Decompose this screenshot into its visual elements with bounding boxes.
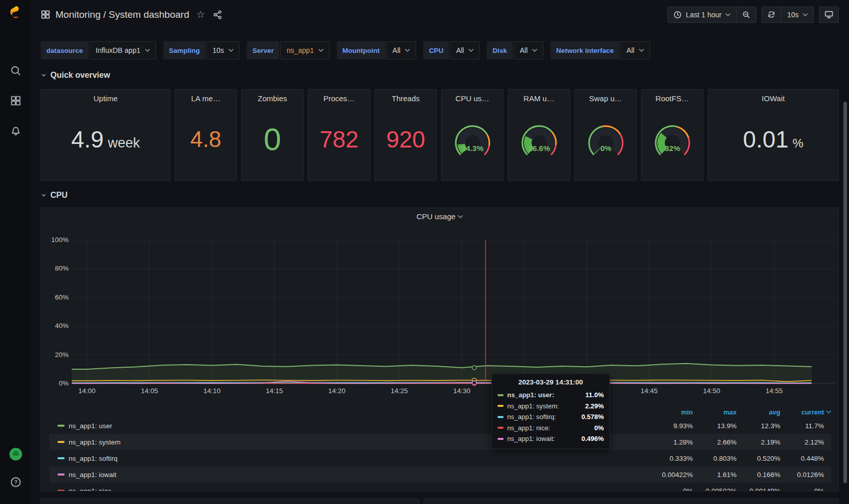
tooltip-series-swatch — [497, 416, 504, 418]
legend-series-swatch — [57, 441, 65, 443]
gauge-value: 32% — [664, 144, 680, 153]
stat-value: 4.8 — [190, 128, 221, 151]
variable-mountpoint: MountpointAll — [337, 41, 416, 60]
time-series-plot[interactable] — [72, 240, 835, 388]
page-scrollbar-thumb[interactable] — [843, 102, 847, 483]
help-icon[interactable]: ? — [10, 477, 21, 488]
hover-point-marker — [472, 381, 476, 385]
stat-panel-title[interactable]: LA me… — [191, 94, 221, 103]
stat-panel-body: 26.6% — [508, 103, 570, 181]
user-avatar[interactable] — [8, 447, 23, 462]
variable-value-server[interactable]: ns_app1 — [280, 41, 330, 60]
variable-value-sampling[interactable]: 10s — [207, 41, 240, 60]
bottom-panel-right — [424, 498, 839, 504]
legend-column-avg[interactable]: avg — [737, 408, 780, 416]
x-tick-label: 14:55 — [763, 387, 786, 396]
time-range-picker[interactable]: Last 1 hour — [668, 7, 736, 22]
section-cpu[interactable]: CPU — [41, 191, 839, 200]
stat-panel-title[interactable]: Uptime — [94, 94, 118, 103]
stat-panel-swap-u: Swap u…0% — [574, 89, 637, 181]
stat-panel-threads: Threads920 — [374, 89, 437, 181]
x-tick-label: 14:15 — [262, 387, 286, 396]
chevron-down-icon — [826, 410, 831, 413]
stat-panel-title[interactable]: RAM u… — [523, 94, 554, 103]
tooltip-series-label: ns_app1: softirq: — [507, 413, 556, 421]
refresh-button[interactable] — [762, 7, 781, 22]
x-tick-label: 14:50 — [700, 387, 723, 396]
stat-panel-title[interactable]: Swap u… — [589, 94, 622, 103]
stat-panel-cpu-us: CPU us…14.3% — [441, 89, 504, 181]
tooltip-series-swatch — [497, 427, 504, 429]
stat-panel-title[interactable]: RootFS… — [656, 94, 689, 103]
tooltip-series-label: ns_app1: iowait: — [507, 435, 555, 442]
variable-value-network-interface[interactable]: All — [621, 41, 651, 60]
legend-rows: ns_app1: user9.93%13.9%12.3%11.7%ns_app1… — [49, 418, 831, 491]
legend-column-current[interactable]: current — [780, 408, 824, 416]
chevron-down-icon — [469, 49, 474, 52]
legend-series-swatch — [57, 457, 65, 459]
panel-menu-chevron-icon — [458, 215, 463, 218]
chevron-down-icon — [405, 49, 410, 52]
time-range-label: Last 1 hour — [686, 11, 721, 19]
variable-label-server: Server — [247, 41, 279, 60]
y-tick-label: 40% — [42, 321, 69, 331]
x-tick-label: 14:05 — [138, 387, 161, 396]
search-icon[interactable] — [10, 65, 21, 76]
time-picker-group: Last 1 hour — [667, 7, 756, 23]
stat-unit: % — [793, 136, 803, 151]
stat-panel-uptime: Uptime4.9week — [41, 89, 170, 181]
tooltip-timestamp: 2023-03-29 14:31:00 — [497, 378, 604, 386]
grafana-logo[interactable] — [7, 5, 24, 22]
gauge-ram-u: 26.6% — [510, 117, 569, 161]
gauge-value: 0% — [600, 144, 611, 153]
dashboard-grid-icon[interactable] — [41, 10, 50, 19]
stat-panel-title[interactable]: Proces… — [324, 94, 355, 103]
stat-value-wrap: 0.01% — [743, 128, 804, 151]
section-quick-overview[interactable]: Quick overview — [41, 71, 839, 80]
refresh-interval-picker[interactable]: 10s — [781, 7, 813, 22]
refresh-group: 10s — [762, 7, 814, 23]
bottom-row — [41, 498, 839, 504]
legend-series-name[interactable]: ns_app1: softirq — [69, 455, 118, 462]
page-title[interactable]: Monitoring / System dashboard — [55, 9, 189, 20]
stat-panel-ram-u: RAM u…26.6% — [508, 89, 570, 181]
stat-panel-title[interactable]: IOWait — [762, 94, 784, 103]
stat-panel-la-me: LA me…4.8 — [174, 89, 237, 181]
variable-value-disk[interactable]: All — [514, 41, 544, 60]
variable-value-cpu[interactable]: All — [450, 41, 480, 60]
chevron-down-icon — [318, 49, 324, 52]
stat-row: Uptime4.9weekLA me…4.8Zombies0Proces…782… — [41, 89, 839, 181]
legend-column-max[interactable]: max — [693, 408, 737, 416]
chevron-down-icon — [145, 49, 150, 52]
share-icon[interactable] — [213, 10, 222, 19]
variable-label-sampling: Sampling — [163, 41, 206, 60]
stat-panel-body: 0% — [575, 103, 636, 181]
stat-panel-title[interactable]: Threads — [392, 94, 420, 103]
stat-panel-title[interactable]: Zombies — [258, 94, 287, 103]
stat-value: 4.9 — [71, 128, 104, 151]
kiosk-mode-button[interactable] — [819, 7, 839, 23]
legend-series-name[interactable]: ns_app1: iowait — [69, 471, 116, 479]
legend-series-name[interactable]: ns_app1: user — [69, 422, 112, 430]
stat-panel-body: 14.3% — [442, 103, 503, 181]
stat-panel-proces: Proces…782 — [308, 89, 370, 181]
star-icon[interactable]: ☆ — [196, 9, 205, 20]
y-tick-label: 80% — [42, 264, 69, 273]
stat-panel-title[interactable]: CPU us… — [455, 94, 489, 103]
dashboards-icon[interactable] — [10, 95, 21, 106]
alerting-bell-icon[interactable] — [10, 125, 21, 136]
stat-value-wrap: 782 — [319, 128, 359, 151]
legend-value-min: 0.333% — [649, 455, 693, 462]
cpu-usage-panel-title[interactable]: CPU usage — [41, 212, 838, 221]
legend-series-name[interactable]: ns_app1: nice — [69, 487, 111, 492]
y-tick-label: 60% — [42, 293, 69, 302]
legend-sort-chevron[interactable] — [824, 410, 831, 413]
legend-series-name[interactable]: ns_app1: system — [69, 438, 121, 446]
topbar-controls: Last 1 hour 10s — [667, 7, 839, 23]
variable-value-mountpoint[interactable]: All — [387, 41, 417, 60]
stat-value-wrap: 4.8 — [190, 128, 221, 151]
zoom-out-button[interactable] — [736, 7, 756, 22]
topbar: Monitoring / System dashboard ☆ Last 1 h… — [41, 0, 839, 29]
legend-column-min[interactable]: min — [649, 408, 693, 416]
variable-value-datasource[interactable]: InfluxDB app1 — [90, 41, 156, 60]
